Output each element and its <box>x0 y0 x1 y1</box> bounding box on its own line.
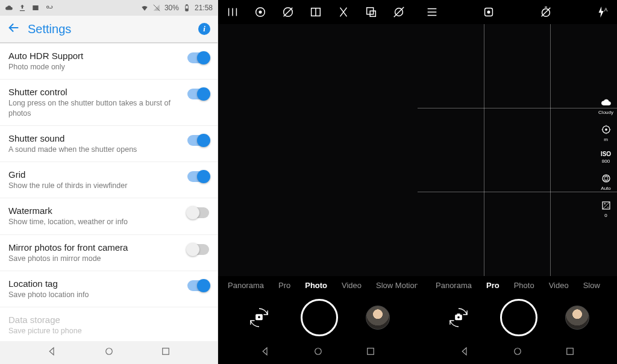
svg-point-8 <box>259 11 262 13</box>
android-nav-bar <box>218 341 418 364</box>
pro-label: Auto <box>601 186 610 191</box>
svg-point-27 <box>605 129 607 131</box>
svg-rect-3 <box>186 5 187 5</box>
shutter-button[interactable] <box>500 299 537 336</box>
mode-selector[interactable]: PanoramaProPhotoVideoSlow Motion <box>218 276 418 294</box>
mode-photo[interactable]: Photo <box>514 281 534 290</box>
shutter-button[interactable] <box>301 299 338 336</box>
pro-control-exposure[interactable]: 0 <box>600 199 612 218</box>
setting-row[interactable]: Auto HDR SupportPhoto mode only <box>0 43 218 80</box>
gallery-thumbnail[interactable] <box>366 306 390 330</box>
mode-slow-motion[interactable]: Slow Motion <box>376 281 418 290</box>
nav-recent-icon[interactable] <box>160 346 171 359</box>
setting-row[interactable]: Location tagSave photo location info <box>0 271 218 307</box>
filter-icon[interactable] <box>364 5 378 19</box>
setting-row[interactable]: Shutter controlLong press on the shutter… <box>0 80 218 126</box>
nav-home-icon[interactable] <box>104 346 114 359</box>
wifi-status-icon <box>140 4 149 12</box>
nav-back-icon[interactable] <box>459 346 470 359</box>
svg-text:A: A <box>604 7 608 13</box>
timer-off-icon[interactable] <box>539 5 553 19</box>
pro-control-aperture[interactable]: Auto <box>600 172 612 191</box>
app-bar: Settings i <box>0 16 218 43</box>
settings-list[interactable]: Auto HDR SupportPhoto mode onlyShutter c… <box>0 43 218 341</box>
info-button[interactable]: i <box>198 23 210 35</box>
camera-photo-panel: PanoramaProPhotoVideoSlow Motion <box>218 0 418 364</box>
setting-title: Shutter sound <box>8 133 181 143</box>
nav-back-icon[interactable] <box>260 346 271 359</box>
back-button[interactable] <box>7 21 24 37</box>
nav-recent-icon[interactable] <box>565 346 575 359</box>
setting-subtitle: Long press on the shutter button takes a… <box>8 98 181 118</box>
status-bar: 30% 21:58 <box>0 0 218 16</box>
mode-panorama[interactable]: Panorama <box>436 281 472 290</box>
nav-back-icon[interactable] <box>46 346 57 359</box>
pro-control-iso_text[interactable]: ISO800 <box>601 151 611 164</box>
motion-photo-icon[interactable] <box>481 5 496 19</box>
page-title: Settings <box>28 22 71 36</box>
nav-home-icon[interactable] <box>512 346 523 359</box>
upload-status-icon <box>18 4 27 12</box>
pro-label: 0 <box>604 213 607 218</box>
nav-recent-icon[interactable] <box>365 346 376 359</box>
mode-pro[interactable]: Pro <box>278 281 290 290</box>
exposure-icon <box>600 199 612 212</box>
setting-row[interactable]: Data storageSave picture to phone <box>0 307 218 341</box>
motion-photo-icon[interactable] <box>253 5 268 19</box>
setting-title: Shutter control <box>8 87 181 97</box>
mode-photo[interactable]: Photo <box>305 281 327 290</box>
mode-video[interactable]: Video <box>342 281 362 290</box>
toggle-switch[interactable] <box>187 135 209 146</box>
mode-slow[interactable]: Slow <box>583 281 600 290</box>
viewfinder[interactable]: CloudymISO800Auto0 <box>418 24 617 276</box>
aspect-ratio-icon[interactable] <box>308 5 323 19</box>
cloud-status-icon <box>5 4 13 12</box>
hdr-off-icon[interactable] <box>392 5 406 19</box>
svg-rect-4 <box>186 9 188 11</box>
pro-controls-sidebar: CloudymISO800Auto0 <box>598 96 613 218</box>
setting-row[interactable]: Mirror photos for front cameraSave photo… <box>0 235 218 271</box>
mode-selector[interactable]: PanoramaProPhotoVideoSlow <box>418 276 617 294</box>
pro-control-cloud[interactable]: Cloudy <box>598 96 613 115</box>
toggle-switch[interactable] <box>187 52 209 63</box>
toggle-switch[interactable] <box>187 207 209 218</box>
toggle-switch[interactable] <box>187 244 209 255</box>
setting-row[interactable]: Shutter soundA sound made when the shutt… <box>0 126 218 162</box>
setting-title: Grid <box>8 169 181 180</box>
flash-auto-icon[interactable]: A <box>595 5 610 19</box>
clock: 21:58 <box>195 4 213 12</box>
setting-subtitle: Save photo location info <box>8 290 181 300</box>
toggle-switch[interactable] <box>187 171 209 182</box>
setting-title: Mirror photos for front camera <box>8 242 181 253</box>
switch-camera-button[interactable] <box>246 304 272 331</box>
pro-label: 800 <box>602 158 610 164</box>
camera-pro-panel: A CloudymISO800Auto0 PanoramaProPhotoVid… <box>418 0 617 364</box>
toggle-switch[interactable] <box>187 280 209 291</box>
svg-rect-34 <box>567 348 574 355</box>
menu-icon[interactable] <box>225 5 240 19</box>
beauty-off-icon[interactable] <box>281 5 295 19</box>
nav-home-icon[interactable] <box>313 346 324 359</box>
setting-subtitle: Photo mode only <box>8 62 181 72</box>
svg-point-33 <box>514 348 521 355</box>
mode-pro[interactable]: Pro <box>486 281 500 290</box>
pro-control-focus[interactable]: m <box>600 124 612 142</box>
svg-rect-20 <box>368 348 374 355</box>
viewfinder[interactable] <box>218 24 418 276</box>
battery-status-icon <box>183 4 191 12</box>
weather-status-icon <box>45 4 53 12</box>
svg-point-18 <box>258 316 261 319</box>
timer-off-icon[interactable] <box>336 5 351 19</box>
setting-subtitle: A sound made when the shutter opens <box>8 145 181 154</box>
setting-subtitle: Save picture to phone <box>8 326 209 336</box>
mode-video[interactable]: Video <box>549 281 569 290</box>
toggle-switch[interactable] <box>187 89 209 99</box>
switch-camera-button[interactable] <box>445 304 472 331</box>
mode-panorama[interactable]: Panorama <box>228 281 264 290</box>
setting-row[interactable]: WatermarkShow time, location, weather or… <box>0 198 218 234</box>
aperture-icon <box>600 172 612 184</box>
svg-point-19 <box>315 348 321 355</box>
hamburger-menu-icon[interactable] <box>425 5 439 19</box>
setting-row[interactable]: GridShow the rule of thirds in viewfinde… <box>0 162 218 198</box>
gallery-thumbnail[interactable] <box>565 306 589 330</box>
